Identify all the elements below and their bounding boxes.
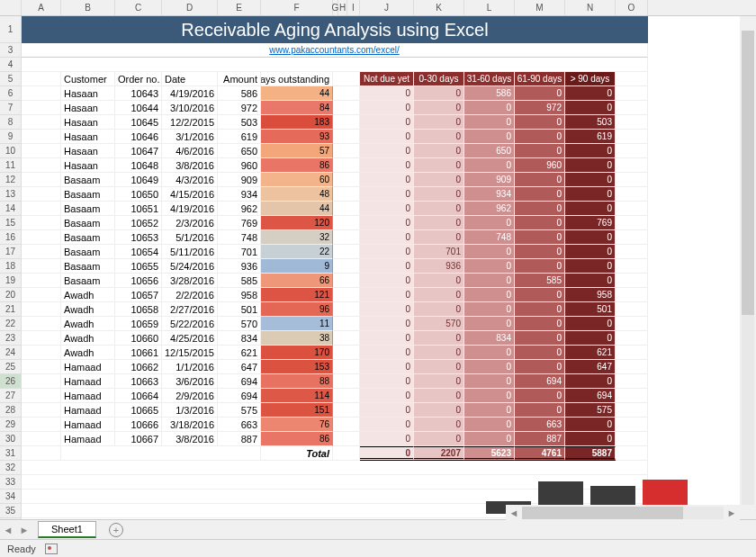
cell-amount[interactable]: 619 xyxy=(218,130,261,144)
row-header[interactable]: 35 xyxy=(0,504,22,518)
cell-orderno[interactable]: 10658 xyxy=(115,302,162,317)
cell-orderno[interactable]: 10649 xyxy=(115,173,162,187)
cell-bucket-3[interactable]: 972 xyxy=(515,101,565,115)
cell-bucket-2[interactable]: 909 xyxy=(464,173,515,187)
row-header[interactable]: 28 xyxy=(0,403,22,418)
cell-bucket-1[interactable]: 0 xyxy=(414,130,464,144)
cell-bucket-4[interactable]: 575 xyxy=(565,403,616,418)
cell-date[interactable]: 3/8/2016 xyxy=(162,432,218,446)
cell-bucket-0[interactable]: 0 xyxy=(360,418,414,432)
cell-date[interactable]: 3/1/2016 xyxy=(162,130,218,144)
cell-orderno[interactable]: 10666 xyxy=(115,418,162,432)
cell-customer[interactable]: Awadh xyxy=(61,317,115,331)
cell-bucket-2[interactable]: 0 xyxy=(464,158,515,173)
cell-amount[interactable]: 694 xyxy=(218,389,261,403)
row-header[interactable]: 22 xyxy=(0,317,22,331)
cell-orderno[interactable]: 10665 xyxy=(115,403,162,418)
cell-orderno[interactable]: 10646 xyxy=(115,130,162,144)
cell-bucket-1[interactable]: 0 xyxy=(414,202,464,216)
col-header-L[interactable]: L xyxy=(464,0,515,15)
cell-amount[interactable]: 585 xyxy=(218,274,261,288)
cell-customer[interactable]: Hamaad xyxy=(61,418,115,432)
cell-bucket-4[interactable]: 0 xyxy=(565,245,616,259)
cell-bucket-3[interactable]: 0 xyxy=(515,115,565,130)
cell-bucket-4[interactable]: 769 xyxy=(565,216,616,230)
row-header[interactable]: 32 xyxy=(0,461,22,475)
cell-customer[interactable]: Hasaan xyxy=(61,115,115,130)
col-header-I[interactable]: I xyxy=(347,0,360,15)
cell-bucket-3[interactable]: 0 xyxy=(515,202,565,216)
cell-customer[interactable]: Hasaan xyxy=(61,86,115,101)
cell-bucket-4[interactable]: 621 xyxy=(565,346,616,360)
cell-date[interactable]: 1/3/2016 xyxy=(162,403,218,418)
cell-bucket-3[interactable]: 0 xyxy=(515,288,565,302)
cell-bucket-1[interactable]: 0 xyxy=(414,389,464,403)
cell-bucket-2[interactable]: 0 xyxy=(464,130,515,144)
cell-date[interactable]: 4/3/2016 xyxy=(162,173,218,187)
cell-bucket-1[interactable]: 0 xyxy=(414,331,464,346)
cell-date[interactable]: 5/24/2016 xyxy=(162,259,218,274)
cell-bucket-4[interactable]: 694 xyxy=(565,389,616,403)
cell-bucket-3[interactable]: 0 xyxy=(515,230,565,245)
cell-amount[interactable]: 934 xyxy=(218,187,261,202)
cell-days[interactable]: 86 xyxy=(261,432,333,446)
cell-bucket-0[interactable]: 0 xyxy=(360,101,414,115)
cell-customer[interactable]: Hamaad xyxy=(61,403,115,418)
row-header[interactable]: 29 xyxy=(0,418,22,432)
row-header[interactable]: 27 xyxy=(0,389,22,403)
cell-bucket-4[interactable]: 0 xyxy=(565,86,616,101)
cell-bucket-4[interactable]: 0 xyxy=(565,274,616,288)
cell-orderno[interactable]: 10661 xyxy=(115,346,162,360)
cell-bucket-3[interactable]: 663 xyxy=(515,418,565,432)
cell-bucket-1[interactable]: 936 xyxy=(414,259,464,274)
cell-date[interactable]: 5/1/2016 xyxy=(162,230,218,245)
cell-bucket-3[interactable]: 0 xyxy=(515,346,565,360)
cell-bucket-0[interactable]: 0 xyxy=(360,346,414,360)
cell-bucket-3[interactable]: 0 xyxy=(515,86,565,101)
cell-amount[interactable]: 621 xyxy=(218,346,261,360)
cell-customer[interactable]: Basaam xyxy=(61,230,115,245)
cell-days[interactable]: 88 xyxy=(261,374,333,389)
tab-nav-prev[interactable]: ◄ xyxy=(0,522,16,538)
cell-customer[interactable]: Awadh xyxy=(61,302,115,317)
cell-amount[interactable]: 962 xyxy=(218,202,261,216)
col-header-B[interactable]: B xyxy=(61,0,115,15)
cell-bucket-0[interactable]: 0 xyxy=(360,389,414,403)
row-header[interactable]: 12 xyxy=(0,173,22,187)
cell-bucket-0[interactable]: 0 xyxy=(360,245,414,259)
cell-bucket-1[interactable]: 0 xyxy=(414,230,464,245)
cell-bucket-1[interactable]: 0 xyxy=(414,158,464,173)
cell-bucket-3[interactable]: 0 xyxy=(515,173,565,187)
cell-orderno[interactable]: 10663 xyxy=(115,374,162,389)
cell-days[interactable]: 38 xyxy=(261,331,333,346)
col-header-K[interactable]: K xyxy=(414,0,464,15)
cell-bucket-1[interactable]: 0 xyxy=(414,115,464,130)
cell-bucket-2[interactable]: 0 xyxy=(464,403,515,418)
cell-customer[interactable]: Hamaad xyxy=(61,374,115,389)
cell-orderno[interactable]: 10656 xyxy=(115,274,162,288)
cell-amount[interactable]: 647 xyxy=(218,360,261,374)
row-header[interactable]: 19 xyxy=(0,274,22,288)
cell-customer[interactable]: Hamaad xyxy=(61,432,115,446)
cell-customer[interactable]: Basaam xyxy=(61,187,115,202)
cell-bucket-3[interactable]: 0 xyxy=(515,259,565,274)
cell-customer[interactable]: Hasaan xyxy=(61,130,115,144)
tab-nav-next[interactable]: ► xyxy=(16,522,32,538)
cell-bucket-2[interactable]: 0 xyxy=(464,259,515,274)
cell-bucket-0[interactable]: 0 xyxy=(360,115,414,130)
cell-bucket-3[interactable]: 960 xyxy=(515,158,565,173)
cell-days[interactable]: 170 xyxy=(261,346,333,360)
row-header[interactable]: 6 xyxy=(0,86,22,101)
cell-amount[interactable]: 769 xyxy=(218,216,261,230)
cell-date[interactable]: 4/6/2016 xyxy=(162,144,218,158)
cell-customer[interactable]: Hasaan xyxy=(61,101,115,115)
cell-orderno[interactable]: 10651 xyxy=(115,202,162,216)
column-headers[interactable]: ABCDEFGHIJKLMNO xyxy=(0,0,756,16)
cell-bucket-1[interactable]: 0 xyxy=(414,144,464,158)
cell-bucket-4[interactable]: 0 xyxy=(565,144,616,158)
cell-days[interactable]: 76 xyxy=(261,418,333,432)
cell-days[interactable]: 93 xyxy=(261,130,333,144)
cell-customer[interactable]: Awadh xyxy=(61,346,115,360)
cell-amount[interactable]: 663 xyxy=(218,418,261,432)
cell-bucket-4[interactable]: 619 xyxy=(565,130,616,144)
